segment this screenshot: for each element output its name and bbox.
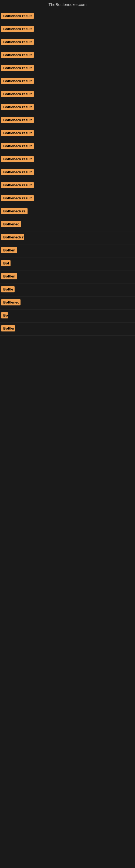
bottleneck-badge-24[interactable]: Bo [1, 312, 8, 318]
result-row-23: Bottlenec [0, 297, 135, 310]
result-row-11: Bottleneck result [0, 140, 135, 153]
bottleneck-badge-12[interactable]: Bottleneck result [1, 156, 34, 162]
site-header: TheBottlenecker.com [0, 0, 135, 10]
result-row-21: Bottlen [0, 271, 135, 283]
bottleneck-badge-20[interactable]: Bot [1, 260, 10, 267]
result-row-5: Bottleneck result [0, 62, 135, 75]
result-row-13: Bottleneck result [0, 166, 135, 179]
result-row-3: Bottleneck result [0, 36, 135, 49]
result-row-6: Bottleneck result [0, 75, 135, 88]
result-row-9: Bottleneck result [0, 114, 135, 127]
bottleneck-badge-2[interactable]: Bottleneck result [1, 26, 34, 32]
bottleneck-badge-1[interactable]: Bottleneck result [1, 13, 34, 19]
site-title: TheBottlenecker.com [49, 2, 87, 7]
bottleneck-badge-16[interactable]: Bottleneck re [1, 208, 28, 214]
result-row-15: Bottleneck result [0, 192, 135, 205]
bottleneck-badge-6[interactable]: Bottleneck result [1, 78, 34, 84]
bottleneck-badge-5[interactable]: Bottleneck result [1, 65, 34, 71]
bottleneck-badge-19[interactable]: Bottlen [1, 247, 17, 253]
bottleneck-badge-10[interactable]: Bottleneck result [1, 130, 34, 136]
result-row-19: Bottlen [0, 244, 135, 257]
bottleneck-badge-14[interactable]: Bottleneck result [1, 182, 34, 188]
result-row-10: Bottleneck result [0, 127, 135, 140]
result-row-8: Bottleneck result [0, 101, 135, 114]
bottleneck-badge-13[interactable]: Bottleneck result [1, 169, 34, 175]
bottleneck-badge-9[interactable]: Bottleneck result [1, 117, 34, 123]
result-row-7: Bottleneck result [0, 88, 135, 101]
result-row-25: Bottler [0, 322, 135, 336]
bottleneck-badge-7[interactable]: Bottleneck result [1, 91, 34, 97]
result-row-4: Bottleneck result [0, 49, 135, 62]
bottleneck-badge-3[interactable]: Bottleneck result [1, 39, 34, 45]
bottleneck-badge-4[interactable]: Bottleneck result [1, 52, 34, 58]
result-row-16: Bottleneck re [0, 205, 135, 218]
bottleneck-badge-11[interactable]: Bottleneck result [1, 143, 34, 149]
result-row-14: Bottleneck result [0, 179, 135, 192]
bottleneck-badge-21[interactable]: Bottlen [1, 273, 17, 279]
results-list: Bottleneck resultBottleneck resultBottle… [0, 10, 135, 336]
result-row-18: Bottleneck r [0, 231, 135, 244]
bottleneck-badge-18[interactable]: Bottleneck r [1, 234, 24, 240]
result-row-12: Bottleneck result [0, 153, 135, 166]
result-row-1: Bottleneck result [0, 10, 135, 23]
bottleneck-badge-25[interactable]: Bottler [1, 325, 15, 332]
bottleneck-badge-8[interactable]: Bottleneck result [1, 104, 34, 110]
bottleneck-badge-17[interactable]: Bottlenec [1, 221, 21, 227]
result-row-22: Bottle [0, 283, 135, 297]
result-row-20: Bot [0, 257, 135, 271]
result-row-17: Bottlenec [0, 218, 135, 231]
bottleneck-badge-15[interactable]: Bottleneck result [1, 195, 34, 201]
result-row-2: Bottleneck result [0, 23, 135, 36]
result-row-24: Bo [0, 310, 135, 322]
bottleneck-badge-23[interactable]: Bottlenec [1, 299, 20, 305]
bottleneck-badge-22[interactable]: Bottle [1, 286, 14, 292]
